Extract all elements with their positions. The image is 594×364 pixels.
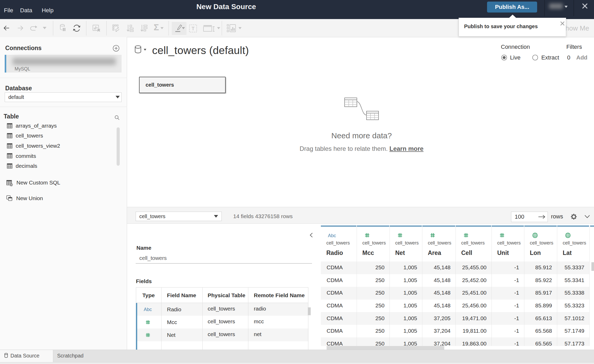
svg-text:T: T — [191, 26, 195, 31]
